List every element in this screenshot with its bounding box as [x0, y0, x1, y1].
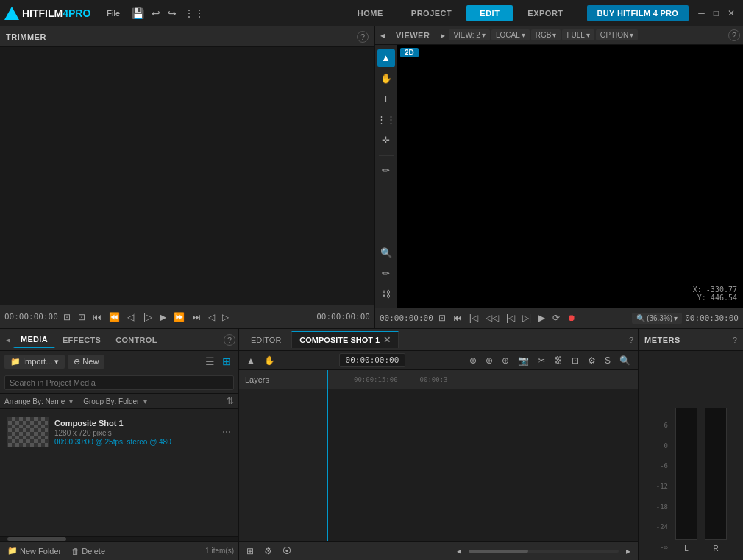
tab-home[interactable]: HOME: [344, 5, 397, 21]
viewer-nav-next[interactable]: ▸: [438, 29, 447, 42]
viewer-full-selector[interactable]: FULL ▾: [562, 29, 594, 40]
layers-label: Layers: [245, 375, 269, 384]
import-button[interactable]: 📁 Import... ▾: [4, 355, 65, 369]
file-menu[interactable]: File: [99, 6, 127, 21]
text-tool-icon[interactable]: T: [377, 91, 395, 108]
viewer-frame-fwd-btn[interactable]: ▷|: [520, 311, 533, 325]
close-button[interactable]: ✕: [724, 7, 739, 20]
editor-scroll-right-btn[interactable]: ▸: [623, 545, 633, 558]
eyedropper-tool-icon[interactable]: ✏: [377, 265, 395, 283]
editor-settings-btn[interactable]: ⚙: [585, 354, 599, 367]
goto-out-btn[interactable]: ⏭: [190, 311, 203, 324]
left-panel-help[interactable]: ?: [224, 334, 235, 346]
timeline-scroll-thumb[interactable]: [469, 550, 529, 553]
editor-solo-btn[interactable]: S: [602, 354, 614, 367]
delete-button[interactable]: 🗑 Delete: [68, 545, 108, 557]
grid-tool-icon[interactable]: ⋮⋮: [377, 111, 395, 129]
editor-tab[interactable]: EDITOR: [243, 333, 288, 347]
trim-out-btn[interactable]: ⊡: [76, 311, 88, 324]
editor-bottom-magnet-btn[interactable]: ⦿: [280, 545, 294, 558]
goto-in-btn[interactable]: ⏮: [90, 311, 104, 324]
viewer-rgb-selector[interactable]: RGB ▾: [531, 29, 561, 40]
tab-effects[interactable]: EFFECTS: [55, 333, 108, 347]
in-point-btn[interactable]: ◁: [206, 311, 217, 324]
save-icon[interactable]: 💾: [129, 6, 147, 21]
editor-time-display[interactable]: 00:00:00:00: [339, 353, 406, 367]
viewer-help[interactable]: ?: [728, 29, 740, 41]
maximize-button[interactable]: □: [710, 7, 722, 20]
viewer-option-selector[interactable]: OPTION ▾: [596, 29, 638, 40]
editor-bottom-settings-btn[interactable]: ⚙: [261, 545, 275, 558]
tab-export[interactable]: EXPORT: [514, 5, 576, 21]
new-button[interactable]: ⊕ New: [68, 355, 104, 369]
editor-trim-btn[interactable]: ⊡: [569, 354, 582, 367]
editor-link-btn[interactable]: ⛓: [551, 354, 566, 367]
new-folder-button[interactable]: 📁 New Folder: [4, 545, 64, 557]
buy-button[interactable]: BUY HITFILM 4 PRO: [587, 5, 689, 21]
tab-edit[interactable]: EDIT: [466, 5, 513, 21]
frame-fwd-btn[interactable]: |▷: [141, 311, 154, 324]
viewer-loop-btn[interactable]: ⟳: [550, 311, 562, 325]
viewer-nav-prev[interactable]: ◂: [378, 29, 387, 42]
editor-search-btn[interactable]: 🔍: [616, 354, 633, 367]
search-input[interactable]: [4, 375, 234, 390]
tab-project[interactable]: PROJECT: [398, 5, 465, 21]
viewer-play-btn[interactable]: ▶: [536, 311, 547, 325]
search-tool-icon[interactable]: 🔍: [377, 244, 395, 262]
list-view-btn[interactable]: ☰: [202, 354, 218, 369]
editor-panel: EDITOR COMPOSITE SHOT 1 ✕ ? ▲ ✋ 00:00:00…: [239, 329, 638, 560]
editor-select-tool[interactable]: ▲: [243, 354, 258, 367]
step-back-btn[interactable]: ⏪: [107, 311, 122, 324]
timeline-playhead[interactable]: [327, 370, 328, 541]
grid-view-btn[interactable]: ⊞: [219, 354, 234, 369]
viewer-zoom-btn[interactable]: 🔍 (36.3%) ▾: [632, 313, 682, 324]
pen-tool-icon[interactable]: ✏: [377, 162, 395, 180]
grid-icon[interactable]: ⋮⋮: [181, 6, 207, 21]
viewer-goto-start-btn[interactable]: |◁: [467, 311, 480, 325]
scroll-thumb[interactable]: [7, 537, 66, 541]
link-tool-icon[interactable]: ⛓: [377, 286, 395, 303]
viewer-frame-back-btn[interactable]: |◁: [504, 311, 517, 325]
timeline-area[interactable]: 00:00:15:00 00:00:3: [327, 370, 638, 541]
play-btn[interactable]: ▶: [157, 311, 168, 324]
comp-tab-close[interactable]: ✕: [383, 335, 391, 345]
out-point-btn[interactable]: ▷: [220, 311, 231, 324]
redo-icon[interactable]: ↪: [165, 6, 179, 21]
editor-add-layer-btn[interactable]: ⊕: [483, 354, 496, 367]
frame-back-btn[interactable]: ◁|: [125, 311, 138, 324]
left-tab-nav-prev[interactable]: ◂: [3, 333, 13, 347]
tab-media[interactable]: MEDIA: [13, 332, 55, 348]
viewer-local-selector[interactable]: LOCAL ▾: [491, 29, 530, 40]
media-item[interactable]: Composite Shot 1 1280 x 720 pixels 00:00…: [4, 414, 234, 450]
select-tool-icon[interactable]: ▲: [377, 49, 395, 67]
editor-scroll-left-btn[interactable]: ◂: [454, 545, 464, 558]
media-scrollbar[interactable]: [0, 536, 238, 541]
viewer-view-selector[interactable]: VIEW: 2 ▾: [449, 29, 490, 40]
hand-tool-icon[interactable]: ✋: [377, 70, 395, 88]
composite-shot-tab[interactable]: COMPOSITE SHOT 1 ✕: [291, 331, 399, 348]
editor-bottom-grid-btn[interactable]: ⊞: [243, 545, 257, 558]
media-overflow-icon[interactable]: ⋯: [222, 427, 231, 437]
meters-help[interactable]: ?: [733, 336, 737, 344]
main-layout: TRIMMER ? 00:00:00:00 ⊡ ⊡ ⏮ ⏪ ◁| |▷ ▶ ⏩ …: [0, 26, 743, 560]
timeline-scrollbar[interactable]: [469, 550, 619, 553]
editor-add-media-btn[interactable]: ⊕: [466, 354, 480, 367]
trimmer-help[interactable]: ?: [357, 31, 369, 43]
move-tool-icon[interactable]: ✛: [377, 132, 395, 149]
editor-camera-btn[interactable]: 📷: [515, 354, 532, 367]
editor-help[interactable]: ?: [629, 336, 633, 344]
viewer-step-back-btn[interactable]: ◁◁: [483, 311, 501, 325]
minimize-button[interactable]: ─: [694, 7, 708, 20]
editor-add-comp-btn[interactable]: ⊕: [499, 354, 512, 367]
step-fwd-btn[interactable]: ⏩: [171, 311, 187, 324]
editor-hand-tool[interactable]: ✋: [261, 354, 278, 367]
ruler-mark-30: 00:00:3: [420, 376, 448, 383]
sort-icon[interactable]: ⇅: [227, 396, 234, 406]
tab-control[interactable]: CONTROL: [108, 333, 164, 347]
trim-in-btn[interactable]: ⊡: [61, 311, 73, 324]
undo-icon[interactable]: ↩: [149, 6, 163, 21]
viewer-goto-in-btn[interactable]: ⏮: [451, 311, 464, 325]
viewer-record-btn[interactable]: ⏺: [565, 311, 578, 325]
editor-split-btn[interactable]: ✂: [535, 354, 548, 367]
viewer-play-start-btn[interactable]: ⊡: [436, 311, 448, 325]
